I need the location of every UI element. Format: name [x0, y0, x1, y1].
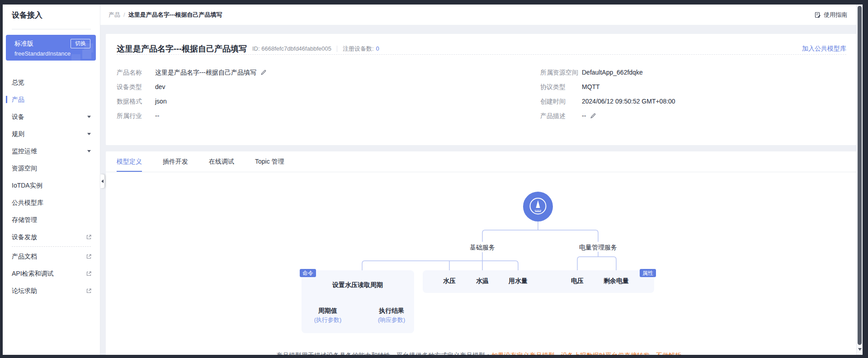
field-value: --: [582, 108, 586, 123]
sidebar-item-api-explorer[interactable]: API检索和调试: [3, 265, 100, 282]
chevron-down-icon: [87, 116, 91, 118]
instance-name: freeStandardInstance: [14, 50, 71, 57]
sidebar-dashed-divider: [12, 246, 91, 247]
breadcrumb: 产品 / 这里是产品名字---根据自己产品填写: [108, 11, 222, 19]
service-node-basic[interactable]: 基础服务: [470, 244, 495, 252]
sidebar-item-label: 资源空间: [12, 165, 37, 172]
command-badge: 命令: [300, 269, 316, 277]
sidebar-item-monitoring[interactable]: 监控运维: [3, 142, 100, 160]
model-tree-connectors: [106, 151, 852, 358]
usage-guide-link[interactable]: 使用指南: [815, 11, 847, 19]
sidebar-item-product-docs[interactable]: 产品文档: [3, 248, 100, 265]
product-fields: 产品名称 这里是产品名字---根据自己产品填写 设备类型 dev 数据格式: [117, 55, 846, 123]
chevron-down-icon: [87, 133, 91, 135]
sidebar-item-label: 规则: [12, 130, 24, 137]
field-label: 协议类型: [540, 80, 582, 94]
product-id: ID: 6668fefc7dbfd46fabbfe005: [252, 45, 331, 52]
sidebar-item-label: 设备发放: [12, 233, 37, 240]
tab-plugin-development[interactable]: 插件开发: [163, 151, 188, 172]
sidebar-item-overview[interactable]: 总览: [3, 74, 100, 91]
sidebar-item-label: 论坛求助: [12, 287, 37, 294]
sidebar-item-device-provisioning[interactable]: 设备发放: [3, 228, 100, 245]
edit-product-name-icon[interactable]: [260, 69, 267, 75]
field-value: json: [155, 94, 167, 108]
product-title: 这里是产品名字---根据自己产品填写: [117, 43, 247, 54]
property-node-remaining-power[interactable]: 剩余电量: [604, 277, 629, 285]
sidebar-item-label: 产品: [12, 96, 24, 103]
sidebar-item-iotda-instances[interactable]: IoTDA实例: [3, 177, 100, 194]
sidebar-title: 设备接入: [12, 10, 91, 20]
window-frame-right: [863, 5, 868, 358]
sidebar-item-public-model-library[interactable]: 公共模型库: [3, 194, 100, 211]
window-frame-bottom: [0, 355, 868, 358]
join-public-model-library-link[interactable]: 加入公共模型库: [802, 45, 846, 53]
breadcrumb-products-link[interactable]: 产品: [108, 11, 120, 19]
guide-document-icon: [815, 12, 821, 18]
sidebar-item-resource-spaces[interactable]: 资源空间: [3, 160, 100, 177]
field-row-resource-space: 所属资源空间 DefaultApp_662fdqke: [540, 65, 675, 80]
field-row-data-format: 数据格式 json: [117, 94, 540, 108]
field-row-device-type: 设备类型 dev: [117, 80, 540, 94]
sidebar-item-label: 存储管理: [12, 216, 37, 223]
property-node-water-usage[interactable]: 用水量: [509, 277, 528, 285]
field-value: --: [155, 108, 159, 123]
tab-topic-management[interactable]: Topic 管理: [255, 151, 284, 172]
instance-edition-label: 标准版: [14, 40, 33, 48]
scrollbar[interactable]: [856, 5, 863, 355]
product-details-card: 这里是产品名字---根据自己产品填写 ID: 6668fefc7dbfd46fa…: [106, 34, 858, 145]
sidebar-item-label: API检索和调试: [12, 270, 54, 277]
scrollbar-down-arrow-icon[interactable]: [858, 348, 862, 351]
window-frame-left: [0, 5, 3, 358]
service-node-power-management[interactable]: 电量管理服务: [579, 244, 617, 252]
field-value: 这里是产品名字---根据自己产品填写: [155, 65, 256, 80]
property-node-voltage[interactable]: 电压: [571, 277, 584, 285]
field-label: 产品名称: [117, 65, 155, 80]
instance-switch-button[interactable]: 切换: [71, 39, 90, 48]
vertical-divider: [337, 46, 337, 52]
model-definition-card: 模型定义 插件开发 在线调试 Topic 管理: [106, 151, 858, 358]
sidebar-item-label: 总览: [12, 79, 24, 86]
property-badge: 属性: [640, 269, 656, 277]
command-response-param-kind: (响应参数): [378, 316, 406, 324]
tab-row: 模型定义 插件开发 在线调试 Topic 管理: [106, 151, 858, 172]
window-frame-top: [0, 0, 868, 5]
tab-online-debugging[interactable]: 在线调试: [209, 151, 234, 172]
instance-card: 标准版 切换 freeStandardInstance: [6, 35, 96, 61]
external-link-icon: [86, 271, 92, 277]
field-value: MQTT: [582, 80, 600, 94]
external-link-icon: [86, 254, 92, 259]
sidebar-item-storage-management[interactable]: 存储管理: [3, 211, 100, 228]
command-response-param-name[interactable]: 执行结果: [379, 307, 404, 315]
scrollbar-thumb[interactable]: [858, 6, 862, 345]
field-label: 数据格式: [117, 94, 155, 108]
field-row-product-name: 产品名称 这里是产品名字---根据自己产品填写: [117, 65, 540, 80]
command-node-name[interactable]: 设置水压读取周期: [332, 281, 383, 289]
collapse-sidebar-handle[interactable]: [100, 174, 104, 188]
field-row-industry: 所属行业 --: [117, 108, 540, 123]
usage-guide-label: 使用指南: [824, 11, 847, 19]
fields-column-left: 产品名称 这里是产品名字---根据自己产品填写 设备类型 dev 数据格式: [117, 65, 540, 123]
sidebar-item-label: 公共模型库: [12, 199, 43, 206]
tab-model-definition[interactable]: 模型定义: [117, 151, 142, 172]
field-value: dev: [155, 80, 165, 94]
property-node-water-temperature[interactable]: 水温: [476, 277, 489, 285]
sidebar-item-label: 设备: [12, 113, 24, 120]
gauge-icon: [523, 192, 553, 221]
sidebar-item-products[interactable]: 产品: [3, 91, 100, 108]
sidebar-item-devices[interactable]: 设备: [3, 108, 100, 125]
edit-description-icon[interactable]: [590, 113, 596, 119]
field-value: 2024/06/12 09:50:52 GMT+08:00: [582, 94, 675, 108]
registered-devices-label: 注册设备数:: [343, 45, 374, 53]
field-label: 所属行业: [117, 108, 155, 123]
sidebar: 设备接入 标准版 切换 freeStandardInstance 总览 产品 设…: [3, 5, 100, 355]
property-node-water-pressure[interactable]: 水压: [443, 277, 456, 285]
sidebar-item-label: IoTDA实例: [12, 182, 42, 189]
field-label: 产品描述: [540, 108, 582, 123]
command-request-param-name[interactable]: 周期值: [318, 307, 337, 315]
registered-devices-count[interactable]: 0: [376, 45, 379, 52]
topbar: 产品 / 这里是产品名字---根据自己产品填写 使用指南: [100, 5, 863, 25]
sidebar-item-forum-help[interactable]: 论坛求助: [3, 282, 100, 299]
sidebar-item-label: 监控运维: [12, 147, 37, 155]
field-row-created-time: 创建时间 2024/06/12 09:50:52 GMT+08:00: [540, 94, 675, 108]
sidebar-item-rules[interactable]: 规则: [3, 125, 100, 142]
